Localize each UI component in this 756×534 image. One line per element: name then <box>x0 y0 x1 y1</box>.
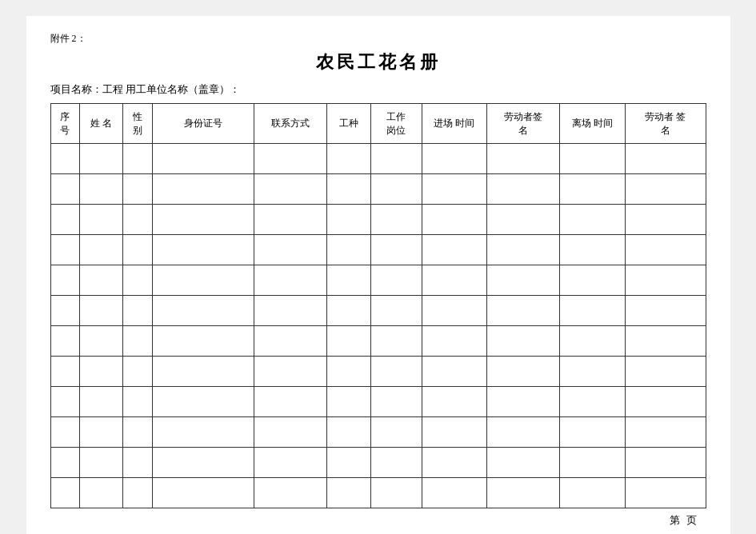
footer-page: 第 页 <box>50 513 706 528</box>
table-cell <box>327 296 371 326</box>
table-cell <box>79 478 123 508</box>
table-cell <box>254 265 327 296</box>
table-cell <box>50 448 79 478</box>
table-cell <box>327 205 371 235</box>
header-exit-time: 离场 时间 <box>560 104 626 144</box>
table-cell <box>152 478 254 508</box>
table-cell <box>487 417 560 448</box>
table-cell <box>79 417 123 448</box>
table-cell <box>422 296 487 326</box>
table-cell <box>50 174 79 205</box>
table-cell <box>626 144 706 174</box>
table-cell <box>123 144 152 174</box>
table-cell <box>50 235 79 265</box>
table-cell <box>327 174 371 205</box>
table-cell <box>123 205 152 235</box>
table-cell <box>626 205 706 235</box>
table-cell <box>79 144 123 174</box>
table-cell <box>626 417 706 448</box>
table-cell <box>254 357 327 387</box>
table-cell <box>560 205 626 235</box>
project-info: 项目名称：工程 用工单位名称（盖章）： <box>50 82 706 97</box>
table-row <box>50 205 706 235</box>
table-cell <box>327 265 371 296</box>
table-cell <box>152 144 254 174</box>
table-cell <box>626 235 706 265</box>
header-contact: 联系方式 <box>254 104 327 144</box>
table-row <box>50 478 706 508</box>
table-cell <box>370 296 422 326</box>
table-row <box>50 448 706 478</box>
header-sign2: 劳动者 签名 <box>626 104 706 144</box>
table-cell <box>370 174 422 205</box>
header-sign1: 劳动者签名 <box>487 104 560 144</box>
table-cell <box>327 448 371 478</box>
table-cell <box>254 417 327 448</box>
table-cell <box>422 478 487 508</box>
table-cell <box>123 174 152 205</box>
table-cell <box>254 174 327 205</box>
table-cell <box>327 144 371 174</box>
table-cell <box>422 265 487 296</box>
table-cell <box>422 387 487 417</box>
table-cell <box>422 205 487 235</box>
table-cell <box>370 478 422 508</box>
table-cell <box>327 326 371 357</box>
table-cell <box>123 357 152 387</box>
table-cell <box>152 326 254 357</box>
table-cell <box>123 417 152 448</box>
table-cell <box>327 357 371 387</box>
table-cell <box>370 417 422 448</box>
table-cell <box>50 144 79 174</box>
table-cell <box>152 265 254 296</box>
table-cell <box>626 326 706 357</box>
table-cell <box>422 174 487 205</box>
attachment-label: 附件 2： <box>50 32 706 46</box>
table-cell <box>254 448 327 478</box>
header-work-type: 工种 <box>327 104 371 144</box>
table-cell <box>79 387 123 417</box>
table-cell <box>487 205 560 235</box>
table-cell <box>152 387 254 417</box>
table-cell <box>626 174 706 205</box>
table-cell <box>560 478 626 508</box>
header-entry-time: 进场 时间 <box>422 104 487 144</box>
table-cell <box>152 205 254 235</box>
table-cell <box>560 265 626 296</box>
table-cell <box>123 235 152 265</box>
table-cell <box>626 296 706 326</box>
table-row <box>50 417 706 448</box>
table-cell <box>50 296 79 326</box>
header-position: 工作岗位 <box>370 104 422 144</box>
table-cell <box>560 326 626 357</box>
table-cell <box>626 478 706 508</box>
table-cell <box>560 235 626 265</box>
table-cell <box>422 326 487 357</box>
header-id: 身份证号 <box>152 104 254 144</box>
table-cell <box>487 357 560 387</box>
table-cell <box>152 174 254 205</box>
table-cell <box>626 387 706 417</box>
table-cell <box>79 205 123 235</box>
table-cell <box>370 357 422 387</box>
table-cell <box>152 357 254 387</box>
table-cell <box>370 265 422 296</box>
table-cell <box>254 478 327 508</box>
table-cell <box>254 387 327 417</box>
table-cell <box>254 205 327 235</box>
table-cell <box>560 357 626 387</box>
table-row <box>50 174 706 205</box>
table-cell <box>50 265 79 296</box>
table-cell <box>422 448 487 478</box>
table-cell <box>422 235 487 265</box>
table-cell <box>327 417 371 448</box>
table-cell <box>487 235 560 265</box>
table-cell <box>370 326 422 357</box>
table-cell <box>370 448 422 478</box>
table-cell <box>79 296 123 326</box>
table-cell <box>327 387 371 417</box>
table-cell <box>560 296 626 326</box>
table-cell <box>560 417 626 448</box>
table-cell <box>79 448 123 478</box>
table-cell <box>50 357 79 387</box>
